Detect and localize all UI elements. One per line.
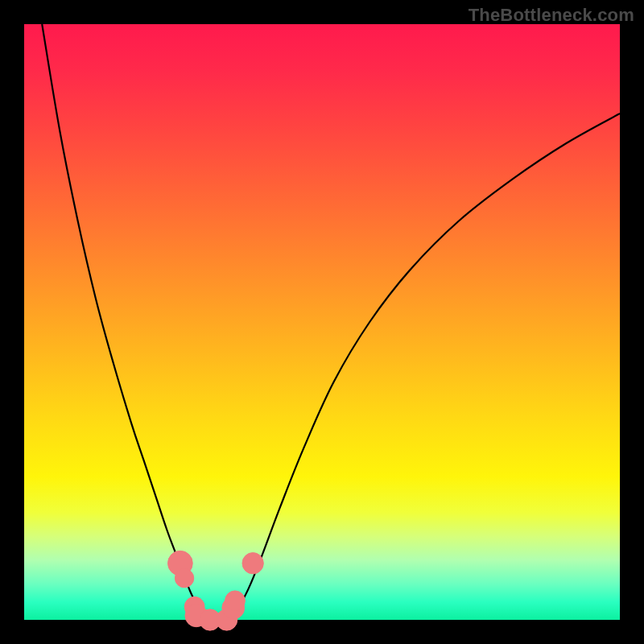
- marker-dot: [175, 569, 193, 588]
- curve-layer: [24, 24, 620, 620]
- watermark-text: TheBottleneck.com: [469, 5, 634, 26]
- marker-group: [168, 551, 264, 630]
- chart-frame: TheBottleneck.com: [0, 0, 644, 644]
- right-curve: [227, 114, 620, 620]
- marker-dot: [242, 553, 263, 574]
- left-curve: [42, 24, 208, 620]
- marker-dot: [225, 591, 246, 611]
